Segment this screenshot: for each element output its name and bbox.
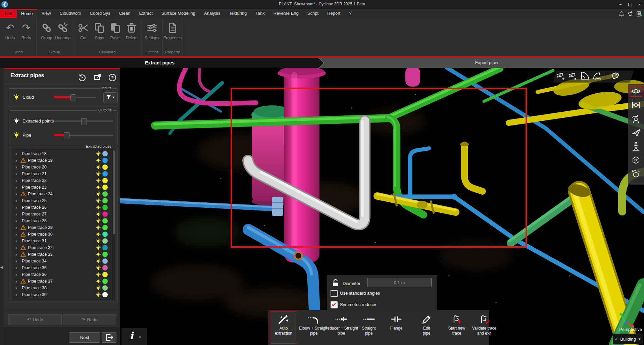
pipe-color-swatch[interactable]: [102, 158, 108, 163]
visibility-bulb-icon[interactable]: [96, 205, 101, 210]
nav-tool-turntable[interactable]: [630, 168, 642, 180]
pipe-trace-label[interactable]: Pipe trace 37: [28, 279, 53, 284]
ribbon-button-copy[interactable]: Copy: [91, 19, 107, 47]
pipe-trace-row[interactable]: ›Pipe trace 25: [13, 197, 112, 204]
ribbon-button-settings[interactable]: Settings: [144, 19, 160, 47]
tool-reducer-straight-pipe[interactable]: Reducer + Straightpipe: [328, 311, 355, 344]
menu-item-coord-sys[interactable]: Coord Sys: [86, 9, 115, 18]
expand-chevron-icon[interactable]: ›: [15, 272, 17, 278]
trace-list-scrollbar[interactable]: [113, 149, 115, 299]
panel-redo-button[interactable]: ↷Redo: [63, 314, 116, 325]
pipe-trace-row[interactable]: ›Pipe trace 20: [13, 164, 112, 170]
projection-label[interactable]: Perspective: [605, 327, 644, 332]
pipe-color-swatch[interactable]: [102, 279, 108, 284]
slider-handle[interactable]: [64, 132, 69, 139]
building-dropdown[interactable]: ✓ Building ▼: [613, 334, 643, 344]
pipe-trace-row[interactable]: ›Pipe trace 33: [13, 251, 112, 258]
nav-tool-fly[interactable]: [630, 127, 642, 138]
pipe-trace-row[interactable]: ›Pipe trace 24: [13, 191, 112, 197]
use-standard-angles-checkbox[interactable]: [331, 290, 338, 297]
pipe-color-swatch[interactable]: [102, 258, 108, 264]
extracted-points-visibility-bulb-icon[interactable]: [13, 117, 20, 124]
pipe-trace-label[interactable]: Pipe trace 30: [28, 232, 53, 237]
menu-item-extract[interactable]: Extract: [135, 9, 157, 18]
pipe-trace-row[interactable]: ›Pipe trace 31: [13, 238, 112, 244]
cloud-filter-button[interactable]: ▼: [103, 92, 118, 102]
nav-tool-orbit-constrained[interactable]: [630, 99, 642, 111]
ribbon-button-cut[interactable]: Cut: [75, 19, 91, 47]
pipe-trace-label[interactable]: Pipe trace 21: [22, 171, 47, 176]
pipe-trace-label[interactable]: Pipe trace 19: [28, 158, 53, 163]
tool-validate-trace-and-exit[interactable]: Validate traceand exit: [470, 311, 498, 344]
visibility-bulb-icon[interactable]: [96, 225, 101, 230]
pipe-trace-row[interactable]: ›Pipe trace 27: [13, 211, 112, 217]
measure-angle-icon[interactable]: [581, 72, 590, 81]
expand-chevron-icon[interactable]: ›: [15, 204, 17, 210]
pipe-opacity-slider[interactable]: [54, 132, 113, 139]
pipe-color-swatch[interactable]: [102, 164, 108, 170]
bell-icon[interactable]: [618, 11, 625, 17]
menu-item-report[interactable]: Report: [323, 9, 345, 18]
pipe-trace-row[interactable]: ›Pipe trace 22: [13, 177, 112, 184]
expand-chevron-icon[interactable]: ›: [15, 258, 17, 264]
pipe-trace-row[interactable]: ›Pipe trace 39: [13, 291, 112, 298]
menu-item-home[interactable]: Home: [17, 9, 37, 18]
visibility-bulb-icon[interactable]: [96, 211, 101, 217]
pipe-color-swatch[interactable]: [102, 171, 108, 177]
help-icon[interactable]: ?: [108, 73, 117, 82]
visibility-bulb-icon[interactable]: [96, 232, 101, 237]
expand-chevron-icon[interactable]: ›: [15, 292, 17, 298]
visibility-bulb-icon[interactable]: [96, 265, 101, 270]
menu-item-cloudworx[interactable]: CloudWorx: [55, 9, 86, 18]
pipe-color-swatch[interactable]: [102, 225, 108, 230]
axis-gizmo[interactable]: [616, 311, 635, 328]
measure-add-icon[interactable]: [556, 72, 565, 81]
expand-chevron-icon[interactable]: ›: [15, 178, 17, 184]
sync-icon[interactable]: [627, 11, 633, 17]
pipe-trace-label[interactable]: Pipe trace 32: [28, 245, 53, 250]
pipe-trace-row[interactable]: ›Pipe trace 29: [13, 224, 112, 231]
pipe-color-swatch[interactable]: [102, 238, 108, 244]
menu-item-clean[interactable]: Clean: [114, 9, 135, 18]
menu-item-surface-modeling[interactable]: Surface Modeling: [157, 9, 200, 18]
expand-chevron-icon[interactable]: ›: [15, 164, 17, 170]
ribbon-button-redo[interactable]: ↷Redo: [18, 19, 34, 47]
pipe-color-swatch[interactable]: [102, 198, 108, 203]
expand-chevron-icon[interactable]: ›: [15, 265, 17, 271]
export-window-icon[interactable]: [93, 73, 102, 82]
ribbon-button-delete[interactable]: Delete: [123, 19, 140, 47]
pipe-color-swatch[interactable]: [102, 252, 108, 257]
visibility-bulb-icon[interactable]: [96, 285, 101, 291]
slider-handle[interactable]: [70, 94, 76, 101]
tool-flange[interactable]: Flange: [383, 311, 410, 344]
pipe-trace-label[interactable]: Pipe trace 25: [22, 198, 47, 203]
expand-chevron-icon[interactable]: ›: [15, 225, 17, 231]
visibility-bulb-icon[interactable]: [96, 164, 101, 170]
visibility-bulb-icon[interactable]: [96, 185, 101, 190]
ribbon-button-group[interactable]: Group: [39, 19, 55, 47]
cloud-visibility-bulb-icon[interactable]: [13, 94, 20, 100]
pipe-trace-row[interactable]: ›Pipe trace 21: [13, 170, 112, 177]
pipe-trace-row[interactable]: ›Pipe trace 38: [13, 285, 112, 291]
slider-handle[interactable]: [81, 118, 87, 125]
lock-open-icon[interactable]: [332, 279, 339, 287]
close-button[interactable]: ×: [635, 0, 644, 9]
pipe-trace-row[interactable]: ›Pipe trace 37: [13, 278, 112, 285]
symmetric-reducer-checkbox[interactable]: [331, 301, 338, 308]
pipe-trace-row[interactable]: ›Pipe trace 19: [13, 157, 112, 164]
ribbon-button-ungroup[interactable]: Ungroup: [55, 19, 71, 47]
pipe-color-swatch[interactable]: [102, 292, 108, 297]
pipe-color-swatch[interactable]: [102, 232, 108, 237]
pipe-trace-label[interactable]: Pipe trace 28: [22, 218, 47, 223]
measure-sequence-icon[interactable]: [593, 72, 602, 81]
visibility-bulb-icon[interactable]: [96, 191, 101, 197]
pipe-trace-label[interactable]: Pipe trace 20: [22, 165, 47, 169]
pipe-trace-label[interactable]: Pipe trace 22: [22, 178, 47, 183]
pipe-trace-label[interactable]: Pipe trace 39: [22, 292, 47, 297]
pipe-trace-row[interactable]: ›Pipe trace 34: [13, 258, 112, 264]
pipe-trace-row[interactable]: ›Pipe trace 23: [13, 184, 112, 191]
pipe-visibility-bulb-icon[interactable]: [13, 132, 20, 138]
expand-chevron-icon[interactable]: ›: [15, 191, 17, 197]
wizard-step-extract-pipes[interactable]: Extract pipes: [0, 58, 319, 68]
pipe-color-swatch[interactable]: [102, 218, 108, 224]
